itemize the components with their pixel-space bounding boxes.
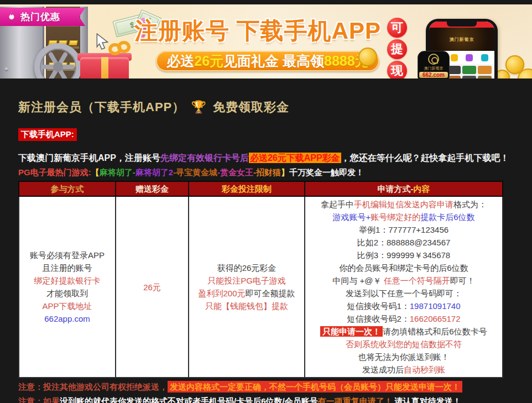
withdrawable-badge: 可 提 现 bbox=[387, 18, 407, 78]
bonus-cell: 26元 bbox=[116, 196, 189, 378]
withdraw-char: 提 bbox=[387, 39, 407, 59]
promo-table: 参与方式 赠送彩金 彩金投注限制 申请方式-内容 账号必须有登录APP且注册的账… bbox=[18, 181, 503, 378]
table-header-row: 参与方式 赠送彩金 彩金投注限制 申请方式-内容 bbox=[19, 181, 503, 196]
withdraw-char: 可 bbox=[387, 18, 407, 38]
flame-icon bbox=[7, 11, 17, 23]
apply-method-cell: 拿起手中手机编辑短信发送内容申请格式为：游戏账号+账号绑定好的提款卡后6位数举例… bbox=[305, 196, 503, 378]
note-line-2: 注意：如果没到账的就代表你发送的格式不对或者手机号码/卡号后6位数/会员账号有一… bbox=[18, 395, 514, 403]
bonus-pill: 必送26元见面礼金 最高领8888元 bbox=[156, 51, 379, 71]
page-heading: 新注册会员（下载手机APP） 🏆 免费领取彩金 bbox=[18, 99, 514, 116]
brand-name: 澳门新葡京 bbox=[424, 66, 444, 71]
note-line-1: 注意：投注其他游戏公司有权拒绝派送，发送内容格式一定要正确，不然一个手机号码（会… bbox=[18, 381, 514, 392]
wager-limit-cell: 获得的26元彩金只能投注PG电子游戏盈利到200元即可全额提款只能【钱能钱包】提… bbox=[189, 196, 305, 378]
col-header-participation: 参与方式 bbox=[19, 181, 116, 196]
intro-text: 下载澳门新葡京手机APP，注册账号先绑定有效银行卡号后必送26元下载APP彩金，… bbox=[18, 151, 514, 180]
promo-banner[interactable]: $ $ 热门优惠 注册账号 下载手机APP 必送26元见面礼金 最高领8888元… bbox=[0, 4, 532, 78]
banner-headline: 注册账号 下载手机APP bbox=[133, 15, 383, 46]
table-body-row: 账号必须有登录APP且注册的账号绑定好提款银行卡才能领取到APP下载地址662a… bbox=[19, 196, 503, 378]
gift-bow-icon bbox=[108, 41, 131, 59]
app-store-badge[interactable]: 澳门新葡京 662.com bbox=[418, 51, 450, 78]
brand-emblem-icon bbox=[428, 54, 439, 65]
promo-content: 新注册会员（下载手机APP） 🏆 免费领取彩金 下载手机APP: 下载澳门新葡京… bbox=[0, 99, 532, 403]
app-download-link[interactable]: 662app.com bbox=[44, 314, 90, 323]
col-header-bonus: 赠送彩金 bbox=[116, 181, 189, 196]
heading-text-pre: 新注册会员（下载手机APP） bbox=[18, 100, 185, 114]
phone-notch bbox=[447, 22, 477, 27]
phone-hero-banner: 澳门新葡京 bbox=[429, 28, 494, 51]
heading-text-post: 免费领取彩金 bbox=[213, 100, 289, 114]
gift-box bbox=[80, 57, 129, 78]
col-header-apply-method: 申请方式-内容 bbox=[305, 181, 503, 196]
trophy-icon: 🏆 bbox=[191, 100, 206, 114]
hot-offers-label: 热门优惠 bbox=[20, 11, 60, 23]
participation-cell: 账号必须有登录APP且注册的账号绑定好提款银行卡才能领取到APP下载地址662a… bbox=[19, 196, 116, 378]
hot-offers-badge: 热门优惠 bbox=[0, 8, 85, 26]
brand-domain: 662.com bbox=[419, 72, 448, 78]
phone-hero-brand: 澳门新葡京 bbox=[450, 36, 474, 43]
cursor-arrow-icon bbox=[95, 33, 109, 50]
download-app-label: 下载手机APP: bbox=[18, 128, 77, 141]
gold-coin-icon bbox=[358, 48, 377, 66]
col-header-wager-limit: 彩金投注限制 bbox=[189, 181, 305, 196]
withdraw-char: 现 bbox=[387, 61, 407, 78]
